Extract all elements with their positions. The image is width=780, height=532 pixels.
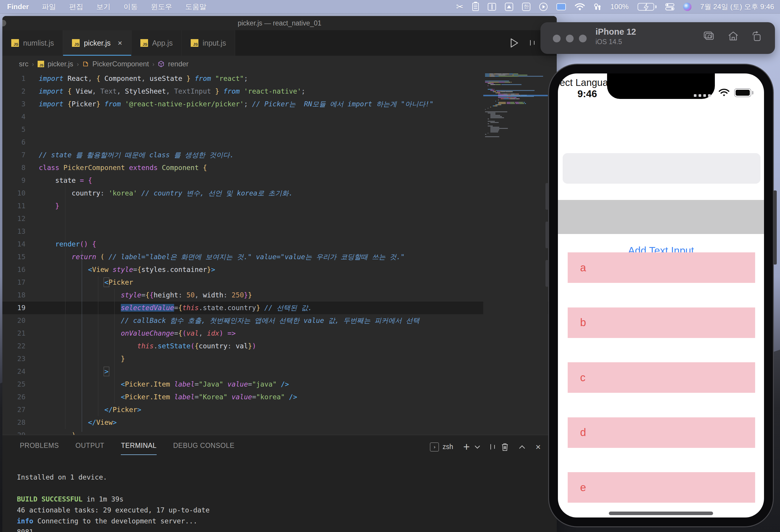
code-line[interactable]: 2import { View, Text, StyleSheet, TextIn… (2, 85, 557, 98)
code-line[interactable]: 9 state = { (2, 174, 557, 187)
menu-item[interactable]: 도움말 (185, 2, 206, 11)
wifi-icon[interactable] (575, 2, 585, 11)
breadcrumb-file[interactable]: picker.js (48, 60, 74, 68)
shape-tool-icon[interactable] (505, 2, 513, 11)
code-line[interactable]: 25 <Picker.Item label="Java" value="java… (2, 378, 557, 391)
code-line[interactable]: 18 style={{height: 50, width: 250}} (2, 289, 557, 301)
home-indicator[interactable] (609, 512, 713, 515)
split-editor-button[interactable] (530, 40, 531, 46)
line-number: 24 (2, 365, 36, 378)
control-center-icon[interactable] (666, 2, 674, 11)
minimap[interactable] (483, 72, 548, 435)
display-icon[interactable] (556, 2, 566, 11)
code-line[interactable]: 14 render() { (2, 238, 557, 251)
close-window-button[interactable] (553, 35, 560, 42)
code-line[interactable]: 20 // callBack 함수 호출, 첫번째인자는 앱에서 선택한 val… (2, 314, 557, 327)
shell-name[interactable]: zsh (442, 443, 453, 451)
code-line[interactable]: 3import {Picker} from '@react-native-pic… (2, 98, 557, 110)
code-line[interactable]: 10 country: 'korea' // country 변수, 선언 및 … (2, 187, 557, 200)
zoom-window-button[interactable] (579, 35, 587, 42)
terminal-output[interactable]: Installed on 1 device. BUILD SUCCESSFUL … (17, 472, 551, 532)
indent-guide (65, 174, 65, 429)
menu-item[interactable]: Finder (7, 3, 29, 11)
clipboard-icon[interactable] (472, 2, 479, 11)
simulator-traffic-lights[interactable] (553, 35, 587, 42)
screenshot-button[interactable] (703, 31, 715, 42)
korean-input-icon[interactable]: 한 (522, 2, 530, 11)
code-line[interactable]: 19 selectedValue={this.state.country} //… (2, 301, 557, 314)
code-line[interactable]: 11 } (2, 200, 557, 212)
tab-numlist.js[interactable]: JSnumlist.js (2, 30, 63, 56)
simulator-device-name: iPhone 12 (595, 27, 636, 37)
panel-tab-output[interactable]: OUTPUT (76, 442, 104, 455)
code-line[interactable]: 29 ) (2, 429, 557, 435)
code-line[interactable]: 22 this.setState({country: val}) (2, 340, 557, 352)
window-manager-icon[interactable] (488, 2, 496, 11)
breadcrumb-class[interactable]: PickerComponent (92, 60, 149, 68)
code-line[interactable]: 6 (2, 136, 557, 149)
js-file-icon: JS (191, 39, 198, 47)
code-editor[interactable]: 1import React, { Component, useState } f… (2, 72, 557, 435)
airpods-icon[interactable] (594, 2, 601, 11)
close-panel-button[interactable]: × (535, 442, 541, 451)
scissors-icon[interactable]: ✂ (456, 2, 464, 11)
code-line[interactable]: 7// state 를 활용할꺼기 때문에 class 를 생성한 것이다. (2, 149, 557, 161)
rotate-device-button[interactable] (751, 31, 762, 42)
run-button[interactable] (510, 38, 519, 48)
menu-item[interactable]: 보기 (96, 2, 110, 11)
code-line[interactable]: 16 <View style={styles.container}> (2, 263, 557, 276)
close-tab-icon[interactable]: × (118, 39, 122, 48)
home-button[interactable] (728, 31, 739, 42)
ios-battery-icon (734, 88, 753, 97)
terminal-dropdown-chevron[interactable] (474, 445, 480, 449)
tab-input.js[interactable]: JSinput.js (182, 30, 235, 56)
minimize-window-button[interactable] (566, 35, 574, 42)
menu-item[interactable]: 파일 (42, 2, 56, 11)
panel-actions: › zsh + × (430, 440, 541, 453)
editor-actions: · (510, 30, 545, 56)
panel-tab-terminal[interactable]: TERMINAL (121, 442, 156, 455)
split-terminal-button[interactable] (490, 444, 491, 450)
maximize-panel-chevron[interactable] (519, 445, 525, 449)
simulator-titlebar[interactable]: iPhone 12 iOS 14.5 (540, 22, 775, 54)
menu-item[interactable]: 편집 (69, 2, 83, 11)
kill-terminal-button[interactable] (501, 442, 509, 451)
panel-tab-problems[interactable]: PROBLEMS (20, 442, 59, 455)
panel-tab-debug-console[interactable]: DEBUG CONSOLE (173, 442, 235, 455)
picker-component[interactable] (563, 153, 761, 184)
code-line[interactable]: 8class PickerComponent extends Component… (2, 161, 557, 174)
tab-App.js[interactable]: JSApp.js (132, 30, 182, 56)
screen-record-icon[interactable] (539, 2, 547, 11)
code-line[interactable]: 21 onValueChange={(val, idx) => (2, 327, 557, 340)
code-line[interactable]: 23 } (2, 352, 557, 365)
list-item-d: d (568, 417, 755, 448)
menu-item[interactable]: 윈도우 (151, 2, 172, 11)
code-line[interactable]: 4 (2, 110, 557, 123)
code-line[interactable]: 24 > (2, 365, 557, 378)
code-line[interactable]: 13 (2, 225, 557, 238)
code-line[interactable]: 5 (2, 123, 557, 136)
code-line[interactable]: 1import React, { Component, useState } f… (2, 72, 557, 85)
menu-clock[interactable]: 7월 24일 (토) 오후 9:46 (700, 2, 774, 11)
menu-items: Finder파일편집보기이동윈도우도움말 (0, 2, 206, 11)
menu-item[interactable]: 이동 (124, 2, 138, 11)
code-line[interactable]: 15 return ( // label="label은 화면에 보여지는 것.… (2, 251, 557, 263)
js-file-icon: JS (38, 61, 44, 67)
terminal-shell-icon[interactable]: › (430, 442, 439, 451)
tab-picker.js[interactable]: JSpicker.js× (63, 30, 132, 56)
code-line[interactable]: 27 </Picker> (2, 403, 557, 416)
code-line[interactable]: 26 <Picker.Item label="Korea" value="kor… (2, 391, 557, 403)
code-line[interactable]: 12 (2, 212, 557, 225)
picker-selection-band[interactable] (558, 200, 764, 234)
vscode-titlebar[interactable]: picker.js — react_native_01 (2, 16, 557, 30)
siri-icon[interactable] (683, 2, 691, 11)
list-item-label: e (568, 481, 586, 494)
new-terminal-button[interactable]: + (463, 440, 470, 453)
code-line[interactable]: 28 </View> (2, 416, 557, 429)
breadcrumb-method[interactable]: render (168, 60, 188, 68)
traffic-light-button[interactable] (2, 20, 6, 27)
terminal-line (17, 483, 551, 494)
breadcrumb-root[interactable]: src (19, 60, 29, 68)
code-line[interactable]: 17 <Picker (2, 276, 557, 289)
list-item-a: a (568, 252, 755, 283)
